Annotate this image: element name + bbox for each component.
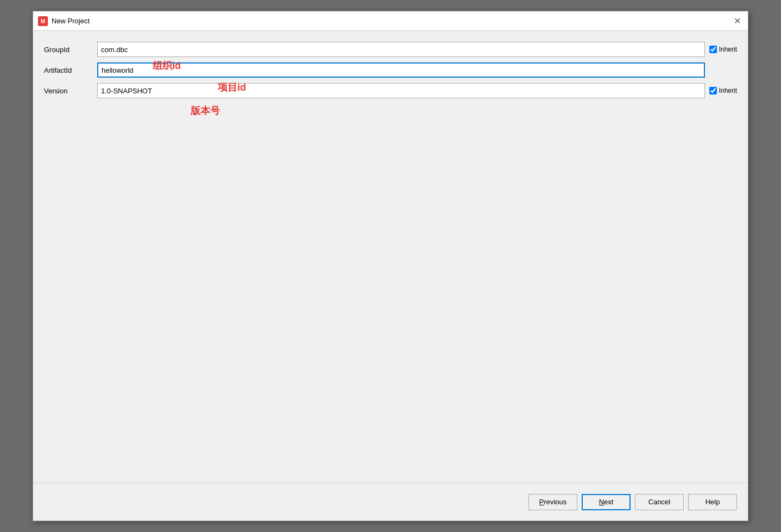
footer: Previous Next Cancel Help bbox=[33, 483, 748, 521]
title-bar-left: M New Project bbox=[37, 16, 90, 27]
groupid-label: GroupId bbox=[44, 46, 93, 54]
help-button-label: Help bbox=[706, 498, 720, 506]
dialog-title: New Project bbox=[52, 17, 90, 25]
previous-button[interactable]: Previous bbox=[528, 494, 577, 510]
version-input[interactable] bbox=[97, 83, 705, 98]
version-inherit-row: Inherit bbox=[709, 87, 737, 94]
content-area: 组织id 项目id 版本号 GroupId Inherit ArtifactId… bbox=[33, 31, 748, 483]
next-button-label: Next bbox=[599, 498, 614, 506]
new-project-dialog: M New Project ✕ 组织id 项目id 版本号 GroupId In… bbox=[33, 11, 748, 521]
artifactid-input[interactable] bbox=[97, 62, 705, 78]
version-annotation: 版本号 bbox=[191, 104, 220, 117]
artifactid-label: ArtifactId bbox=[44, 66, 93, 74]
version-inherit-label: Inherit bbox=[719, 87, 737, 94]
help-button[interactable]: Help bbox=[688, 494, 737, 510]
svg-text:M: M bbox=[41, 18, 45, 24]
version-inherit-checkbox[interactable] bbox=[709, 87, 717, 94]
version-label: Version bbox=[44, 87, 93, 95]
groupid-inherit-row: Inherit bbox=[709, 46, 737, 53]
app-icon: M bbox=[37, 16, 48, 27]
cancel-button-label: Cancel bbox=[648, 498, 670, 506]
form-grid: GroupId Inherit ArtifactId Version Inher… bbox=[44, 42, 737, 98]
cancel-button[interactable]: Cancel bbox=[635, 494, 684, 510]
groupid-inherit-checkbox[interactable] bbox=[709, 46, 717, 53]
next-button[interactable]: Next bbox=[582, 494, 631, 510]
title-bar: M New Project ✕ bbox=[33, 11, 748, 31]
groupid-input[interactable] bbox=[97, 42, 705, 57]
groupid-inherit-label: Inherit bbox=[719, 46, 737, 53]
previous-button-label: Previous bbox=[539, 498, 567, 506]
close-button[interactable]: ✕ bbox=[730, 15, 744, 28]
